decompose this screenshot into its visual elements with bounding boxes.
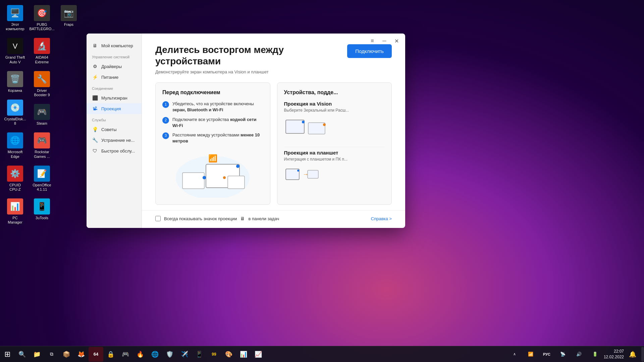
tray-network[interactable]: 📶 <box>523 347 538 362</box>
tray-expand[interactable]: ∧ <box>507 347 522 362</box>
sidebar-item-troubleshoot[interactable]: 🔧 Устранение не... <box>87 135 142 145</box>
svg-rect-17 <box>308 170 318 178</box>
step-2-num: 2 <box>162 117 169 124</box>
minimize-button[interactable]: ─ <box>381 38 388 44</box>
file-explorer-button[interactable]: 📁 <box>30 347 44 362</box>
this-pc-icon: 🖥️ <box>7 5 23 21</box>
taskbar-shield[interactable]: 🛡️ <box>162 347 177 362</box>
tablet-svg: → <box>284 166 321 186</box>
desktop-icon-gta[interactable]: V Grand TheftAuto V <box>3 36 27 66</box>
cpuid-label: CPUID CPU-Z <box>5 183 25 192</box>
sidebar-item-multiscreen[interactable]: ⬛ Мультиэкран <box>87 93 142 103</box>
desktop-icon-this-pc[interactable]: 🖥️ Этоткомпьютер <box>3 3 27 33</box>
desktop-icon-pcmanager[interactable]: 📊 PC Manager <box>3 197 27 226</box>
step-1: 1 Убедитесь, что на устройстве включены … <box>162 101 263 113</box>
window-controls: ≡ ─ ✕ <box>369 38 400 44</box>
sidebar-item-quickservice[interactable]: 🛡 Быстрое обслу... <box>87 145 142 156</box>
tablet-entry: Проекция на планшет Интеграция с планшет… <box>284 150 385 186</box>
taskbar-clock[interactable]: 22:07 12.02.2022 <box>604 349 624 360</box>
gta-icon: V <box>7 38 23 54</box>
aida64-icon: 🔬 <box>34 38 50 54</box>
desktop-icon-steam[interactable]: 🎮 Steam <box>30 102 54 127</box>
desktop-icon-recycle[interactable]: 🗑️ Корзина <box>3 69 27 95</box>
svg-point-8 <box>203 176 206 179</box>
driverbooster-icon: 🔧 <box>34 71 50 87</box>
rockstar-label: RockstarGames ... <box>34 150 50 159</box>
desktop-icon-fraps[interactable]: 📷 Fraps <box>57 3 80 28</box>
monitor-icon: 🖥 <box>92 43 98 48</box>
taskbar-whatsapp[interactable]: 📱 <box>192 347 207 362</box>
connect-button[interactable]: Подключить <box>347 44 392 58</box>
sidebar-item-tips[interactable]: 💡 Советы <box>87 124 142 135</box>
page-title: Делитесь восторгом между устройствами <box>155 44 316 67</box>
projection-icon: 📽 <box>92 106 98 111</box>
vision-name: Проекция на Vision <box>284 101 385 107</box>
desktop-icon-crystaldisk[interactable]: 💿 CrystalDisk...8 <box>3 98 27 127</box>
taskbar-aida64-tb[interactable]: 64 <box>89 347 103 362</box>
svg-point-11 <box>302 121 305 123</box>
sidebar-item-drivers[interactable]: ⚙ Драйверы <box>87 61 142 72</box>
tablet-name: Проекция на планшет <box>284 150 385 156</box>
sidebar-power-label: Питание <box>101 75 118 80</box>
taskbar-store[interactable]: 📦 <box>59 347 74 362</box>
projection-illustration: 📶 <box>162 144 263 198</box>
notification-btn[interactable]: 🔔 <box>625 347 640 362</box>
show-icon-checkbox[interactable] <box>155 216 161 221</box>
sidebar-tips-label: Советы <box>101 127 116 132</box>
illustration-svg: 📶 <box>166 151 260 198</box>
pcmanager-label: PC Manager <box>5 216 25 225</box>
taskbar: ⊞ 🔍 📁 ⧉ 📦 🦊 64 🔒 🎮 🔥 🌐 🛡️ ✈️ 📱 99 🎨 📊 📈 … <box>0 346 644 362</box>
sidebar-section-services: Службы <box>87 114 142 124</box>
help-link[interactable]: Справка > <box>371 216 392 221</box>
desktop-icon-edge[interactable]: 🌐 MicrosoftEdge <box>3 131 27 160</box>
desktop-icon-driverbooster[interactable]: 🔧 DriverBooster 9 <box>30 69 54 99</box>
svg-rect-10 <box>286 120 304 133</box>
taskbar-steam-tb[interactable]: 🎮 <box>118 347 133 362</box>
sidebar-item-projection[interactable]: 📽 Проекция <box>87 103 142 114</box>
pcmanager-icon: 📊 <box>7 198 23 215</box>
desktop-icon-rockstar[interactable]: 🎮 RockstarGames ... <box>30 131 54 160</box>
taskbar-lock[interactable]: 🔒 <box>103 347 118 362</box>
task-view-button[interactable]: ⧉ <box>44 347 59 362</box>
start-button[interactable]: ⊞ <box>0 347 15 362</box>
taskbar-photoshop[interactable]: 🎨 <box>221 347 236 362</box>
desktop-icon-openoffice[interactable]: 📝 OpenOffice4.1.11 <box>30 164 54 193</box>
clock-date: 12.02.2022 <box>604 354 624 360</box>
driverbooster-label: DriverBooster 9 <box>34 88 50 97</box>
window-sidebar: 🖥 Мой компьютер Управление системой ⚙ Др… <box>87 34 142 228</box>
tips-icon: 💡 <box>92 127 98 132</box>
devices-title: Устройства, подде... <box>284 89 385 96</box>
taskbar-telegram[interactable]: ✈️ <box>177 347 192 362</box>
before-connect-title: Перед подключением <box>162 89 263 96</box>
steam-icon: 🎮 <box>34 104 50 120</box>
search-button[interactable]: 🔍 <box>15 347 30 362</box>
sidebar-multiscreen-label: Мультиэкран <box>101 96 127 101</box>
step-2-text: Подключите все устройства кодной сети Wi… <box>172 117 263 129</box>
openoffice-icon: 📝 <box>34 166 50 182</box>
desktop-icon-cpuid[interactable]: ⚙️ CPUID CPU-Z <box>3 164 27 193</box>
taskbar-hwinfo[interactable]: 99 <box>207 347 221 362</box>
taskbar-yandex[interactable]: 🦊 <box>74 347 89 362</box>
desktop-icon-aida64[interactable]: 🔬 AIDA64Extreme <box>30 36 54 66</box>
multiscreen-icon: ⬛ <box>92 95 98 101</box>
language-btn[interactable]: РУС <box>539 347 554 362</box>
pubg-icon: 🎯 <box>34 5 50 21</box>
quickservice-icon: 🛡 <box>92 148 98 154</box>
svg-rect-7 <box>228 176 245 189</box>
tray-volume[interactable]: 🔊 <box>572 347 586 362</box>
taskbar-chart[interactable]: 📈 <box>251 347 266 362</box>
sidebar-item-power[interactable]: ⚡ Питание <box>87 72 142 82</box>
power-icon: ⚡ <box>92 74 98 80</box>
tray-wifi[interactable]: 📡 <box>555 347 570 362</box>
taskbar-browser[interactable]: 🌐 <box>148 347 162 362</box>
close-button[interactable]: ✕ <box>393 38 400 44</box>
tray-battery[interactable]: 🔋 <box>588 347 602 362</box>
show-desktop-btn[interactable] <box>641 347 644 362</box>
desktop-icon-area: 🖥️ Этоткомпьютер V Grand TheftAuto V 🗑️ … <box>0 0 54 241</box>
taskbar-excel[interactable]: 📊 <box>236 347 251 362</box>
desktop-icon-pubg[interactable]: 🎯 PUBGBATTLEGRO... <box>30 3 54 33</box>
menu-button[interactable]: ≡ <box>369 38 376 44</box>
sidebar-item-my-computer[interactable]: 🖥 Мой компьютер <box>87 40 142 51</box>
taskbar-fire[interactable]: 🔥 <box>133 347 148 362</box>
desktop-icon-3utools[interactable]: 📱 3uTools <box>30 197 54 222</box>
